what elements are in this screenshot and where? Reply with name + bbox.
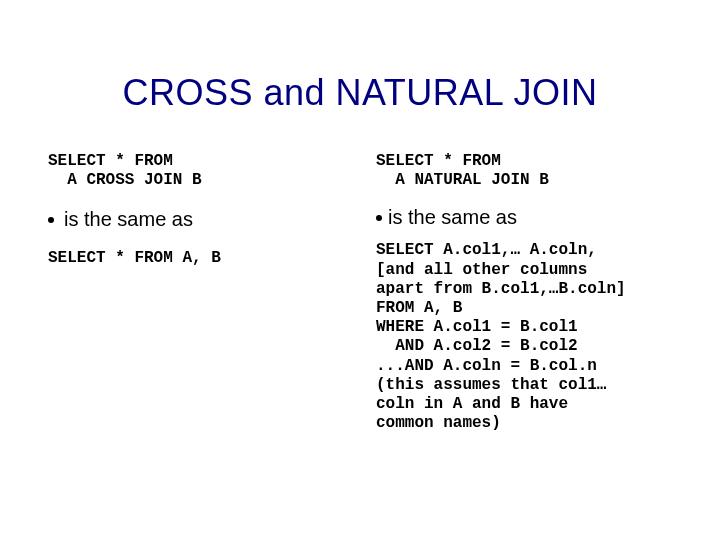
right-column: SELECT * FROM A NATURAL JOIN B is the sa… xyxy=(376,152,672,433)
left-column: SELECT * FROM A CROSS JOIN B is the same… xyxy=(48,152,344,433)
page-title: CROSS and NATURAL JOIN xyxy=(0,0,720,114)
left-bullet-text: is the same as xyxy=(64,208,193,231)
content-columns: SELECT * FROM A CROSS JOIN B is the same… xyxy=(0,114,720,433)
bullet-icon xyxy=(48,217,54,223)
left-code-bottom: SELECT * FROM A, B xyxy=(48,249,344,268)
right-code-bottom: SELECT A.col1,… A.coln, [and all other c… xyxy=(376,241,672,433)
right-code-top: SELECT * FROM A NATURAL JOIN B xyxy=(376,152,672,190)
right-bullet-text: is the same as xyxy=(388,206,517,229)
bullet-icon xyxy=(376,215,382,221)
left-bullet-row: is the same as xyxy=(48,208,344,231)
right-bullet-row: is the same as xyxy=(376,206,672,229)
left-code-top: SELECT * FROM A CROSS JOIN B xyxy=(48,152,344,190)
